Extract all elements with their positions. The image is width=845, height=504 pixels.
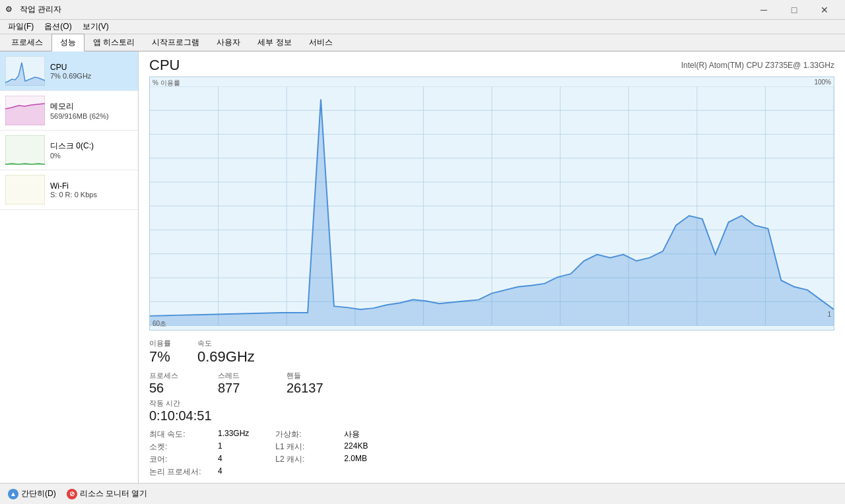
stat-uptime-block: 작동 시간 0:10:04:51 xyxy=(149,398,834,424)
stat-speed-value: 0.69GHz xyxy=(197,348,255,365)
details-col-1: 최대 속도: 1.33GHz 소켓: 1 코어: 4 논리 프로세서: 4 xyxy=(149,429,249,479)
stat-process-value: 56 xyxy=(149,381,202,396)
cpu-title: CPU xyxy=(149,57,180,74)
detail-core-val: 4 xyxy=(218,454,222,465)
svg-marker-5 xyxy=(5,164,45,165)
menu-options[interactable]: 옵션(O) xyxy=(39,20,77,34)
chart-ylabel: % 이용률 xyxy=(152,79,180,88)
sidebar-item-wifi[interactable]: Wi-Fi S: 0 R: 0 Kbps xyxy=(0,170,138,210)
stat-thread: 스레드 877 xyxy=(218,371,271,396)
window-controls: ─ □ ✕ xyxy=(749,0,840,20)
sidebar-cpu-graph xyxy=(5,56,45,86)
stat-usage: 이용률 7% xyxy=(149,338,171,365)
sidebar-memory-graph xyxy=(5,96,45,125)
detail-virtual: 가상화: 사용 xyxy=(275,429,368,440)
sidebar-disk-graph xyxy=(5,135,45,165)
tab-app-history[interactable]: 앱 히스토리 xyxy=(84,34,143,51)
detail-core-label: 코어: xyxy=(149,454,215,465)
stat-speed: 속도 0.69GHz xyxy=(197,338,255,365)
sidebar-cpu-info: CPU 7% 0.69GHz xyxy=(50,63,133,80)
sidebar: CPU 7% 0.69GHz 메모리 569/916MB (62%) xyxy=(0,51,139,483)
bottom-bar: ▲ 간단히(D) ⊘ 리소스 모니터 열기 xyxy=(0,483,845,504)
sidebar-memory-value: 569/916MB (62%) xyxy=(50,112,133,120)
tab-startup[interactable]: 시작프로그램 xyxy=(143,34,208,51)
sidebar-disk-info: 디스크 0(C:) 0% xyxy=(50,141,133,160)
monitor-label: 리소스 모니터 열기 xyxy=(80,488,148,499)
close-button[interactable]: ✕ xyxy=(809,0,840,20)
stat-uptime-value: 0:10:04:51 xyxy=(149,408,834,424)
sidebar-wifi-name: Wi-Fi xyxy=(50,181,133,191)
app-icon: ⚙ xyxy=(5,5,16,15)
detail-logical: 논리 프로세서: 4 xyxy=(149,466,249,478)
detail-socket-label: 소켓: xyxy=(149,441,215,453)
detail-l2-val: 2.0MB xyxy=(344,454,367,465)
main-content: CPU 7% 0.69GHz 메모리 569/916MB (62%) xyxy=(0,51,845,483)
detail-l2: L2 캐시: 2.0MB xyxy=(275,454,368,465)
detail-virtual-label: 가상화: xyxy=(275,429,341,440)
menu-view[interactable]: 보기(V) xyxy=(77,20,114,34)
detail-core: 코어: 4 xyxy=(149,454,249,465)
svg-rect-4 xyxy=(5,135,45,165)
svg-rect-6 xyxy=(5,175,45,205)
window-title: 작업 관리자 xyxy=(20,4,61,15)
stat-handle-label: 핸들 xyxy=(287,371,339,381)
tab-process[interactable]: 프로세스 xyxy=(3,34,51,51)
cpu-header: CPU Intel(R) Atom(TM) CPU Z3735E@ 1.33GH… xyxy=(149,57,834,74)
chart-60s: 60초 xyxy=(152,319,166,329)
collapse-label: 간단히(D) xyxy=(21,488,56,499)
collapse-icon: ▲ xyxy=(8,489,18,499)
stat-usage-label: 이용률 xyxy=(149,338,171,348)
stat-handle: 핸들 26137 xyxy=(287,371,339,396)
tab-bar: 프로세스 성능 앱 히스토리 시작프로그램 사용자 세부 정보 서비스 xyxy=(0,34,845,51)
menu-file[interactable]: 파일(F) xyxy=(3,20,39,34)
sidebar-wifi-info: Wi-Fi S: 0 R: 0 Kbps xyxy=(50,181,133,199)
monitor-button[interactable]: ⊘ 리소스 모니터 열기 xyxy=(67,488,148,499)
tab-details[interactable]: 세부 정보 xyxy=(249,34,300,51)
stat-thread-value: 877 xyxy=(218,381,271,396)
details-table: 최대 속도: 1.33GHz 소켓: 1 코어: 4 논리 프로세서: 4 xyxy=(149,429,834,479)
sidebar-memory-name: 메모리 xyxy=(50,101,133,112)
sidebar-wifi-value: S: 0 R: 0 Kbps xyxy=(50,191,133,199)
detail-max-speed-val: 1.33GHz xyxy=(218,429,249,440)
sidebar-disk-value: 0% xyxy=(50,152,133,160)
detail-max-speed: 최대 속도: 1.33GHz xyxy=(149,429,249,440)
cpu-chart: % 이용률 100% 1 60초 xyxy=(149,77,834,331)
detail-l1: L1 캐시: 224KB xyxy=(275,441,368,453)
stat-usage-value: 7% xyxy=(149,348,171,365)
stat-process-label: 프로세스 xyxy=(149,371,202,381)
tab-services[interactable]: 서비스 xyxy=(300,34,341,51)
details-col-2: 가상화: 사용 L1 캐시: 224KB L2 캐시: 2.0MB xyxy=(275,429,368,479)
sidebar-item-disk[interactable]: 디스크 0(C:) 0% xyxy=(0,131,138,170)
stat-process: 프로세스 56 xyxy=(149,371,202,396)
collapse-button[interactable]: ▲ 간단히(D) xyxy=(8,488,56,499)
stats-section: 이용률 7% 속도 0.69GHz xyxy=(149,336,834,371)
sidebar-cpu-name: CPU xyxy=(50,63,133,72)
sidebar-memory-info: 메모리 569/916MB (62%) xyxy=(50,101,133,120)
right-panel: CPU Intel(R) Atom(TM) CPU Z3735E@ 1.33GH… xyxy=(139,51,845,483)
tab-performance[interactable]: 성능 xyxy=(51,34,84,51)
title-bar: ⚙ 작업 관리자 ─ □ ✕ xyxy=(0,0,845,20)
sidebar-item-cpu[interactable]: CPU 7% 0.69GHz xyxy=(0,51,138,91)
sidebar-item-memory[interactable]: 메모리 569/916MB (62%) xyxy=(0,91,138,131)
stat-speed-label: 속도 xyxy=(197,338,255,348)
minimize-button[interactable]: ─ xyxy=(749,0,779,20)
menu-bar: 파일(F) 옵션(O) 보기(V) xyxy=(0,20,845,34)
chart-1: 1 xyxy=(827,311,831,318)
monitor-icon: ⊘ xyxy=(67,489,77,499)
detail-logical-label: 논리 프로세서: xyxy=(149,466,215,478)
detail-max-speed-label: 최대 속도: xyxy=(149,429,215,440)
detail-socket: 소켓: 1 xyxy=(149,441,249,453)
stat-uptime-label: 작동 시간 xyxy=(149,398,834,408)
restore-button[interactable]: □ xyxy=(779,0,809,20)
cpu-model: Intel(R) Atom(TM) CPU Z3735E@ 1.33GHz xyxy=(681,57,834,70)
stats-row-2: 프로세스 56 스레드 877 핸들 26137 xyxy=(149,371,834,396)
sidebar-wifi-graph xyxy=(5,175,45,205)
detail-l2-label: L2 캐시: xyxy=(275,454,341,465)
sidebar-cpu-value: 7% 0.69GHz xyxy=(50,72,133,80)
stat-thread-label: 스레드 xyxy=(218,371,271,381)
stat-handle-value: 26137 xyxy=(287,381,339,396)
sidebar-disk-name: 디스크 0(C:) xyxy=(50,141,133,152)
cpu-chart-svg xyxy=(150,86,834,326)
detail-logical-val: 4 xyxy=(218,466,222,478)
tab-users[interactable]: 사용자 xyxy=(208,34,249,51)
